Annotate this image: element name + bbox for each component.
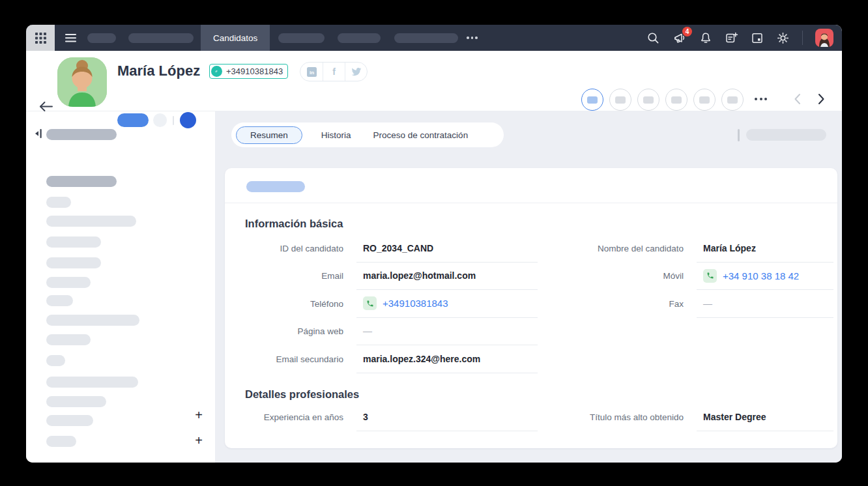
tabbar-divider (738, 129, 740, 141)
main-panel: Resumen Historia Proceso de contratación… (215, 111, 842, 463)
field-value-movil-link[interactable]: +34 910 38 18 42 (697, 263, 833, 291)
related-list-sidebar: + + (26, 111, 215, 463)
twitter-icon[interactable] (345, 63, 367, 81)
linkedin-icon[interactable]: in (300, 63, 323, 81)
compose-icon[interactable] (725, 31, 738, 45)
skeleton-circle (153, 113, 167, 127)
sidebar-collapse-icon[interactable] (34, 128, 42, 139)
card-skeleton-pill (246, 181, 305, 192)
skeleton-blue-circle (180, 112, 196, 128)
candidate-name-title: María López (117, 63, 200, 79)
sidebar-add-button-2[interactable]: + (192, 433, 206, 448)
field-value-candidate-id: RO_2034_CAND (356, 235, 538, 263)
sidebar-skeleton-item (46, 295, 73, 306)
grid-icon (35, 33, 46, 44)
previous-record-chevron[interactable] (794, 93, 802, 105)
section-title-professional-details: Detalles profesionales (245, 388, 359, 401)
next-record-chevron[interactable] (817, 93, 825, 105)
field-row-email: Email maria.lopez@hotmail.com (238, 263, 538, 291)
app-launcher-button[interactable] (26, 25, 55, 51)
record-action-button-1[interactable] (581, 89, 603, 111)
sidebar-skeleton-item (46, 257, 101, 268)
gear-icon[interactable] (776, 31, 790, 45)
field-label: Nombre del candidato (553, 235, 684, 263)
sidebar-skeleton-item (46, 315, 139, 326)
field-value-email: maria.lopez@hotmail.com (356, 263, 538, 291)
sidebar-add-button-1[interactable]: + (192, 408, 206, 422)
sidebar-skeleton-item (46, 197, 71, 208)
sidebar-skeleton-item (46, 176, 117, 187)
sidebar-skeleton-item (46, 236, 101, 248)
record-action-button-4[interactable] (665, 89, 687, 111)
phone-number-text: +34910381843 (383, 298, 448, 309)
card-divider (225, 203, 837, 203)
nav-tab-candidatos[interactable]: Candidatos (201, 25, 270, 51)
candidate-avatar (57, 57, 107, 107)
notification-count-badge: 4 (682, 27, 692, 36)
field-value-telefono-link[interactable]: +34910381843 (356, 290, 538, 318)
nav-skeleton-pill (394, 33, 458, 43)
header-skeleton-actions (117, 112, 196, 128)
field-row-candidate-id: ID del candidato RO_2034_CAND (238, 235, 538, 263)
field-value-nombre: María López (697, 235, 833, 263)
field-value-pagina-web: — (356, 318, 538, 346)
record-action-button-3[interactable] (637, 89, 659, 111)
field-label: Teléfono (238, 290, 343, 318)
field-value-experiencia: 3 (356, 403, 538, 431)
navbar-actions: 4 (646, 29, 842, 47)
field-label: Email secundario (238, 345, 343, 373)
tab-historia[interactable]: Historia (321, 130, 351, 140)
content-area: + + Resumen Historia Proceso de contrata… (26, 111, 842, 463)
field-label: ID del candidato (238, 235, 343, 263)
basic-info-left-column: ID del candidato RO_2034_CAND Email mari… (238, 235, 538, 373)
sidebar-skeleton-item (46, 415, 93, 426)
app-window: Candidatos 4 (26, 25, 842, 463)
tab-proceso-de-contratacion[interactable]: Proceso de contratación (373, 130, 469, 140)
menu-icon[interactable] (65, 34, 76, 42)
svg-text:in: in (309, 70, 313, 76)
search-icon[interactable] (646, 31, 660, 45)
summary-card: Información básica ID del candidato RO_2… (225, 168, 837, 448)
sidebar-skeleton-item (46, 396, 106, 407)
field-row-titulo: Título más alto obtenido Master Degree (553, 403, 833, 431)
calendar-icon[interactable] (751, 31, 764, 44)
bell-icon[interactable] (699, 31, 712, 45)
sidebar-skeleton-item (46, 277, 91, 288)
sidebar-skeleton-item (46, 334, 91, 345)
navbar-divider (802, 31, 803, 45)
record-action-button-2[interactable] (609, 89, 631, 111)
back-button[interactable] (38, 101, 53, 112)
field-row-nombre: Nombre del candidato María López (553, 235, 833, 263)
sidebar-skeleton-item (46, 436, 76, 447)
record-action-button-5[interactable] (693, 89, 716, 111)
phone-icon (703, 269, 717, 283)
top-navbar: Candidatos 4 (26, 25, 842, 51)
phone-number-text: +34 910 38 18 42 (723, 270, 799, 281)
field-label: Experiencia en años (238, 403, 343, 431)
field-label: Fax (553, 290, 684, 318)
phone-badge-number: +34910381843 (222, 66, 287, 76)
hamburger-icon (65, 34, 76, 42)
nav-skeleton-pill (338, 33, 381, 43)
announcements-icon[interactable]: 4 (673, 31, 687, 45)
sidebar-skeleton-item (46, 129, 117, 140)
phone-sync-badge[interactable]: +34910381843 (209, 64, 288, 79)
record-action-button-6[interactable] (721, 89, 744, 111)
skeleton-primary-pill (117, 113, 149, 127)
nav-overflow-ellipsis[interactable] (467, 36, 478, 39)
field-row-fax: Fax — (553, 290, 833, 318)
field-label: Móvil (553, 263, 684, 291)
sync-icon (211, 66, 222, 77)
field-row-telefono: Teléfono +34910381843 (238, 290, 538, 318)
phone-icon (363, 296, 377, 310)
record-header: María López +34910381843 in f (26, 51, 842, 111)
tab-resumen[interactable]: Resumen (236, 126, 302, 144)
field-label: Página web (238, 318, 343, 346)
field-row-pagina-web: Página web — (238, 318, 538, 346)
facebook-icon[interactable]: f (323, 63, 345, 81)
screenshot-stage: Candidatos 4 (0, 0, 868, 486)
user-avatar[interactable] (815, 29, 833, 47)
field-row-email-secundario: Email secundario maria.lopez.324@here.co… (238, 345, 538, 373)
sidebar-skeleton-item (46, 355, 65, 366)
more-actions-ellipsis[interactable] (755, 98, 767, 100)
